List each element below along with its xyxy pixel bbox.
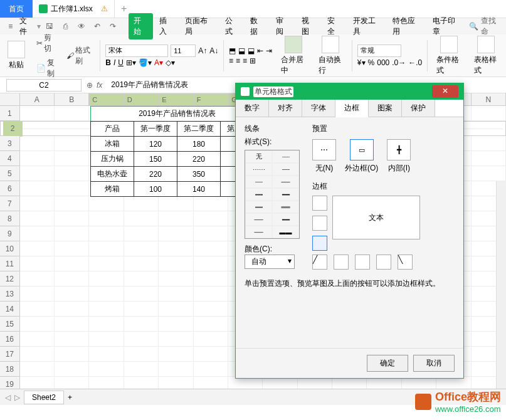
cell[interactable] xyxy=(55,226,89,241)
cell[interactable] xyxy=(89,362,124,377)
fx-expand-icon[interactable]: ⊕ xyxy=(87,81,93,90)
cell[interactable] xyxy=(57,129,92,129)
preset-inside[interactable]: ╋内部(I) xyxy=(387,139,411,174)
border-diag1-button[interactable]: ╱ xyxy=(312,255,327,270)
format-painter-button[interactable]: 🖌格式刷 xyxy=(64,44,95,68)
cell[interactable] xyxy=(124,271,159,286)
border-mid-button[interactable] xyxy=(312,216,327,231)
italic-button[interactable]: I xyxy=(113,58,115,67)
cell[interactable] xyxy=(124,196,159,211)
col-header[interactable]: D xyxy=(124,93,159,106)
row-header[interactable]: 3 xyxy=(0,136,20,151)
preset-none[interactable]: ⋯无(N) xyxy=(312,139,336,174)
cell[interactable] xyxy=(159,347,193,362)
line-opt[interactable]: ▬▬ xyxy=(272,226,299,238)
increase-font-icon[interactable]: A↑ xyxy=(198,46,207,55)
col-header[interactable]: E xyxy=(159,93,193,106)
cut-button[interactable]: ✂ 剪切 xyxy=(34,31,59,55)
cell[interactable] xyxy=(159,286,193,302)
tab-pattern[interactable]: 图案 xyxy=(369,100,402,117)
cell[interactable] xyxy=(124,347,159,362)
tab-border[interactable]: 边框 xyxy=(335,100,369,117)
align-bot-icon[interactable]: ⬓ xyxy=(248,46,255,55)
row-header[interactable]: 17 xyxy=(0,347,20,362)
cell[interactable] xyxy=(20,271,55,286)
cell[interactable] xyxy=(194,332,228,347)
line-none[interactable]: 无 xyxy=(245,150,272,163)
cell[interactable] xyxy=(55,166,89,181)
cell[interactable] xyxy=(89,317,124,332)
preset-outline[interactable]: ▭外边框(O) xyxy=(345,139,378,174)
tab-special[interactable]: 特色应用 xyxy=(387,13,426,39)
sheet-nav-prev[interactable]: ◁ xyxy=(5,393,11,402)
row-header[interactable]: 7 xyxy=(0,196,20,211)
side-panel-toggle[interactable] xyxy=(496,181,506,399)
border-bot-button[interactable] xyxy=(312,236,327,251)
cell[interactable] xyxy=(159,332,193,347)
fx-icon[interactable]: fx xyxy=(97,81,102,90)
border-left-button[interactable] xyxy=(334,255,349,270)
cell[interactable] xyxy=(194,362,228,377)
row-header[interactable]: 5 xyxy=(0,166,20,181)
cell[interactable] xyxy=(23,129,57,129)
orient-icon[interactable]: ⊞ xyxy=(250,56,256,65)
cell[interactable] xyxy=(124,332,159,347)
cell[interactable] xyxy=(55,302,89,317)
cell[interactable] xyxy=(55,271,89,286)
border-right-button[interactable] xyxy=(376,255,391,270)
cell[interactable] xyxy=(89,196,124,211)
line-opt[interactable]: ┄┄ xyxy=(245,176,272,188)
cell[interactable] xyxy=(194,211,228,226)
font-select[interactable]: 宋体 xyxy=(105,45,168,57)
cell[interactable] xyxy=(159,317,193,332)
border-top-button[interactable] xyxy=(312,196,327,211)
cell[interactable] xyxy=(55,136,89,151)
indent-inc-icon[interactable]: ⇥ xyxy=(266,46,272,55)
cell[interactable] xyxy=(20,151,55,166)
cell[interactable] xyxy=(20,136,55,151)
cell[interactable] xyxy=(20,347,55,362)
cell[interactable] xyxy=(159,241,193,256)
cell[interactable] xyxy=(468,129,503,129)
table-style-button[interactable]: 表格样式 xyxy=(470,34,502,77)
cell[interactable] xyxy=(20,196,55,211)
row-header[interactable]: 1 xyxy=(0,106,20,121)
ok-button[interactable]: 确定 xyxy=(367,355,408,372)
cell[interactable] xyxy=(472,151,506,166)
cell[interactable] xyxy=(159,196,193,211)
line-opt[interactable]: ⋯⋯ xyxy=(245,163,272,176)
line-opt[interactable]: ━━ xyxy=(272,213,299,226)
cell[interactable] xyxy=(89,241,124,256)
cell[interactable] xyxy=(55,106,89,121)
merge-button[interactable]: 合并居中 xyxy=(277,34,309,77)
comma-icon[interactable]: 000 xyxy=(377,58,389,67)
sheet-nav-next[interactable]: ▷ xyxy=(14,393,20,402)
sheet-tab[interactable]: Sheet2 xyxy=(24,391,64,404)
highlight-button[interactable]: ◇▾ xyxy=(166,58,175,67)
cell[interactable] xyxy=(20,332,55,347)
cell[interactable] xyxy=(124,241,159,256)
currency-icon[interactable]: ¥▾ xyxy=(357,58,366,67)
tab-protect[interactable]: 保护 xyxy=(402,100,435,117)
line-style-picker[interactable]: 无 ┈┈ ⋯⋯ ╌╌ ┄┄ ── ╍╍ ━━ ┅┅ ══ ── ━━ ── ▬▬ xyxy=(245,150,300,239)
tab-number[interactable]: 数字 xyxy=(236,100,269,117)
cell[interactable] xyxy=(55,256,89,271)
cell[interactable] xyxy=(89,347,124,362)
line-opt[interactable]: ┈┈ xyxy=(272,150,299,163)
menu-icon[interactable]: ≡ xyxy=(4,20,17,33)
cell[interactable] xyxy=(55,317,89,332)
tab-layout[interactable]: 页面布局 xyxy=(180,13,219,39)
row-header[interactable]: 11 xyxy=(0,256,20,271)
copy-button[interactable]: 📄 复制 xyxy=(34,56,59,80)
file-tab[interactable]: 工作簿1.xlsx ⚠ xyxy=(33,0,115,18)
cell[interactable] xyxy=(55,286,89,302)
col-header[interactable]: C xyxy=(89,93,124,106)
cell[interactable] xyxy=(159,256,193,271)
cell[interactable] xyxy=(124,226,159,241)
row-header[interactable]: 14 xyxy=(0,302,20,317)
dec-inc-icon[interactable]: .0→ xyxy=(392,58,406,67)
line-opt[interactable]: ╍╍ xyxy=(245,188,272,201)
cell[interactable] xyxy=(194,286,228,302)
undo-icon[interactable]: ↶ xyxy=(91,20,104,33)
cell[interactable] xyxy=(55,211,89,226)
